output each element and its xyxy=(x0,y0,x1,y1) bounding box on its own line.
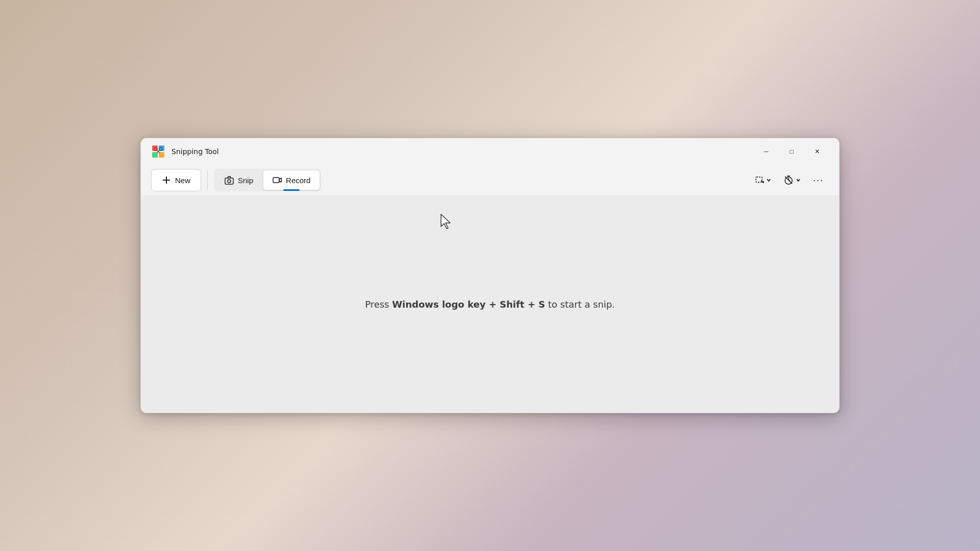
title-bar-left: Snipping Tool xyxy=(151,144,754,159)
snip-label: Snip xyxy=(238,176,253,185)
svg-rect-2 xyxy=(152,152,158,158)
camera-icon xyxy=(225,176,234,185)
new-label: New xyxy=(175,176,190,185)
svg-rect-13 xyxy=(756,177,762,182)
shape-selector-button[interactable] xyxy=(750,172,776,188)
app-icon xyxy=(151,144,165,159)
main-window: Snipping Tool ─ □ ✕ New xyxy=(140,138,840,413)
plus-icon xyxy=(162,176,171,185)
minimize-icon: ─ xyxy=(764,148,769,155)
shape-icon xyxy=(755,176,764,185)
shortcut-text: Windows logo key + Shift + S xyxy=(392,299,545,310)
minimize-button[interactable]: ─ xyxy=(754,143,778,160)
timer-icon xyxy=(783,175,794,185)
more-options-button[interactable]: ··· xyxy=(808,172,829,188)
close-button[interactable]: ✕ xyxy=(805,143,829,160)
content-area: Press Windows logo key + Shift + S to st… xyxy=(141,195,839,413)
window-controls: ─ □ ✕ xyxy=(754,143,829,160)
toolbar-divider xyxy=(207,171,208,189)
toolbar: New Snip Record xyxy=(141,165,839,191)
toolbar-right: ··· xyxy=(750,172,829,188)
maximize-icon: □ xyxy=(790,148,793,155)
chevron-down-icon-2 xyxy=(796,178,801,183)
timer-button[interactable] xyxy=(778,172,806,188)
svg-point-11 xyxy=(228,180,231,183)
svg-rect-3 xyxy=(159,152,164,158)
hint-text: Press Windows logo key + Shift + S to st… xyxy=(365,299,615,310)
record-tab[interactable]: Record xyxy=(263,170,320,190)
title-bar: Snipping Tool ─ □ ✕ xyxy=(141,138,839,165)
maximize-button[interactable]: □ xyxy=(780,143,803,160)
more-icon: ··· xyxy=(813,176,824,185)
record-label: Record xyxy=(286,176,310,185)
mode-tab-group: Snip Record xyxy=(214,169,321,191)
window-title: Snipping Tool xyxy=(172,147,219,156)
record-icon xyxy=(273,176,282,185)
svg-rect-12 xyxy=(273,178,279,183)
chevron-down-icon xyxy=(766,178,771,183)
new-button[interactable]: New xyxy=(151,169,201,191)
svg-rect-10 xyxy=(225,178,233,184)
snip-tab[interactable]: Snip xyxy=(215,170,262,190)
close-icon: ✕ xyxy=(815,148,820,155)
mouse-cursor xyxy=(439,213,453,230)
